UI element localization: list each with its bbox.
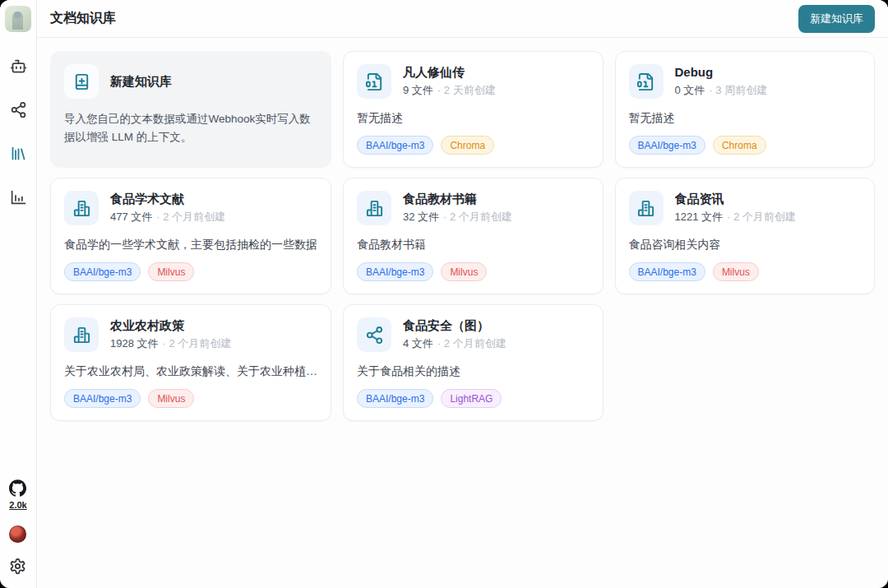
knowledge-base-card[interactable]: 食品安全（图）4 文件· 2 个月前创建关于食品相关的描述BAAI/bge-m3…	[343, 304, 604, 421]
kb-tag: Milvus	[148, 389, 194, 408]
kb-tag: Chroma	[441, 136, 494, 155]
github-icon[interactable]	[9, 479, 26, 497]
library-icon	[10, 145, 27, 162]
book-plus-icon	[64, 64, 99, 99]
kb-created-at: · 2 个月前创建	[443, 211, 512, 223]
file-digit-icon	[629, 64, 664, 99]
kb-created-at: · 2 个月前创建	[437, 337, 506, 350]
sidebar-item-workflow[interactable]	[9, 100, 27, 118]
kb-file-count: 1221 文件	[675, 211, 724, 223]
kb-created-at: · 3 周前创建	[709, 84, 767, 96]
knowledge-base-card[interactable]: 食品教材书籍32 文件· 2 个月前创建食品教材书籍BAAI/bge-m3Mil…	[343, 178, 604, 294]
settings-gear-icon[interactable]	[9, 558, 26, 575]
github-star-count[interactable]: 2.0k	[9, 500, 26, 510]
sidebar-nav	[9, 57, 27, 206]
kb-tag: Chroma	[713, 136, 766, 155]
kb-title: 食品学术文献	[110, 192, 225, 207]
library-building-icon	[64, 317, 99, 352]
kb-created-at: · 2 个月前创建	[163, 337, 232, 350]
kb-meta: 477 文件· 2 个月前创建	[110, 210, 225, 225]
kb-title: Debug	[675, 65, 768, 81]
knowledge-base-card[interactable]: 食品资讯1221 文件· 2 个月前创建食品咨询相关内容BAAI/bge-m3M…	[615, 178, 876, 294]
kb-tag: BAAI/bge-m3	[64, 389, 141, 408]
kb-tag: BAAI/bge-m3	[629, 262, 705, 281]
kb-description: 食品教材书籍	[357, 236, 590, 252]
kb-tags: BAAI/bge-m3Chroma	[629, 136, 862, 155]
kb-description: 食品学的一些学术文献，主要包括抽检的一些数据	[64, 236, 317, 252]
library-building-icon	[64, 191, 99, 225]
bot-icon	[10, 58, 27, 75]
kb-description: 关于食品相关的描述	[357, 363, 590, 379]
kb-description: 关于农业农村局、农业政策解读、关于农业种植…	[64, 363, 317, 379]
kb-tag: Milvus	[148, 262, 194, 281]
kb-tags: BAAI/bge-m3Milvus	[64, 389, 317, 408]
create-knowledge-base-card[interactable]: 新建知识库 导入您自己的文本数据或通过Webhook实时写入数据以增强 LLM …	[50, 51, 331, 168]
kb-meta: 4 文件· 2 个月前创建	[403, 336, 506, 351]
create-card-description: 导入您自己的文本数据或通过Webhook实时写入数据以增强 LLM 的上下文。	[64, 110, 317, 146]
kb-file-count: 4 文件	[403, 337, 433, 350]
kb-created-at: · 2 个月前创建	[727, 211, 796, 223]
knowledge-base-card[interactable]: Debug0 文件· 3 周前创建暂无描述BAAI/bge-m3Chroma	[615, 51, 876, 168]
kb-description: 暂无描述	[357, 109, 590, 126]
kb-title: 凡人修仙传	[403, 65, 496, 81]
create-card-title: 新建知识库	[110, 74, 172, 90]
knowledge-base-card[interactable]: 凡人修仙传9 文件· 2 天前创建暂无描述BAAI/bge-m3Chroma	[343, 51, 604, 168]
kb-tags: BAAI/bge-m3Chroma	[357, 136, 590, 155]
kb-tags: BAAI/bge-m3LightRAG	[357, 389, 590, 408]
sidebar-item-assistant[interactable]	[9, 57, 27, 75]
kb-tag: LightRAG	[441, 389, 502, 408]
knowledge-base-card[interactable]: 食品学术文献477 文件· 2 个月前创建食品学的一些学术文献，主要包括抽检的一…	[50, 178, 331, 294]
sidebar-item-knowledge-base[interactable]	[9, 144, 27, 162]
kb-description: 食品咨询相关内容	[629, 236, 862, 252]
kb-file-count: 32 文件	[403, 211, 439, 223]
community-logo-icon[interactable]	[9, 525, 26, 543]
chart-icon	[10, 188, 27, 206]
page-title: 文档知识库	[50, 10, 116, 27]
kb-file-count: 477 文件	[110, 211, 152, 223]
sidebar-bottom: 2.0k	[9, 479, 26, 575]
kb-tags: BAAI/bge-m3Milvus	[357, 262, 590, 281]
kb-meta: 0 文件· 3 周前创建	[675, 83, 768, 98]
sidebar-item-analytics[interactable]	[9, 188, 27, 206]
kb-tag: Milvus	[441, 262, 487, 281]
kb-meta: 32 文件· 2 个月前创建	[403, 210, 512, 225]
kb-description: 暂无描述	[629, 109, 862, 126]
new-knowledge-base-button[interactable]: 新建知识库	[798, 5, 875, 33]
kb-created-at: · 2 天前创建	[437, 84, 496, 96]
app-logo-avatar[interactable]	[5, 6, 31, 32]
kb-tag: BAAI/bge-m3	[629, 136, 705, 155]
app-window: 2.0k 文档知识库 新建知识库 新建知识库	[0, 0, 888, 588]
library-building-icon	[629, 191, 664, 225]
kb-created-at: · 2 个月前创建	[156, 211, 225, 223]
kb-meta: 1221 文件· 2 个月前创建	[675, 210, 796, 225]
kb-meta: 9 文件· 2 天前创建	[403, 83, 496, 98]
share-graph-icon	[357, 317, 391, 352]
kb-file-count: 0 文件	[675, 84, 705, 96]
page-header: 文档知识库 新建知识库	[37, 0, 888, 38]
kb-tag: BAAI/bge-m3	[357, 389, 433, 408]
sidebar: 2.0k	[0, 0, 37, 588]
kb-meta: 1928 文件· 2 个月前创建	[110, 336, 231, 351]
knowledge-base-card[interactable]: 农业农村政策1928 文件· 2 个月前创建关于农业农村局、农业政策解读、关于农…	[50, 304, 331, 421]
kb-title: 食品资讯	[675, 192, 796, 207]
kb-title: 食品安全（图）	[403, 318, 506, 334]
kb-file-count: 9 文件	[403, 84, 433, 96]
knowledge-base-list: 新建知识库 导入您自己的文本数据或通过Webhook实时写入数据以增强 LLM …	[37, 38, 888, 588]
kb-tag: BAAI/bge-m3	[357, 262, 433, 281]
kb-tags: BAAI/bge-m3Milvus	[629, 262, 862, 281]
kb-title: 食品教材书籍	[403, 192, 512, 207]
kb-tag: Milvus	[713, 262, 759, 281]
kb-tags: BAAI/bge-m3Milvus	[64, 262, 317, 281]
file-digit-icon	[357, 64, 391, 99]
library-building-icon	[357, 191, 391, 225]
kb-title: 农业农村政策	[110, 318, 231, 334]
content-area: 文档知识库 新建知识库 新建知识库 导入您自己的文本数据或通过Webhook实时…	[37, 0, 888, 588]
share-icon	[10, 101, 27, 118]
kb-tag: BAAI/bge-m3	[357, 136, 433, 155]
kb-tag: BAAI/bge-m3	[64, 262, 141, 281]
kb-file-count: 1928 文件	[110, 337, 159, 350]
